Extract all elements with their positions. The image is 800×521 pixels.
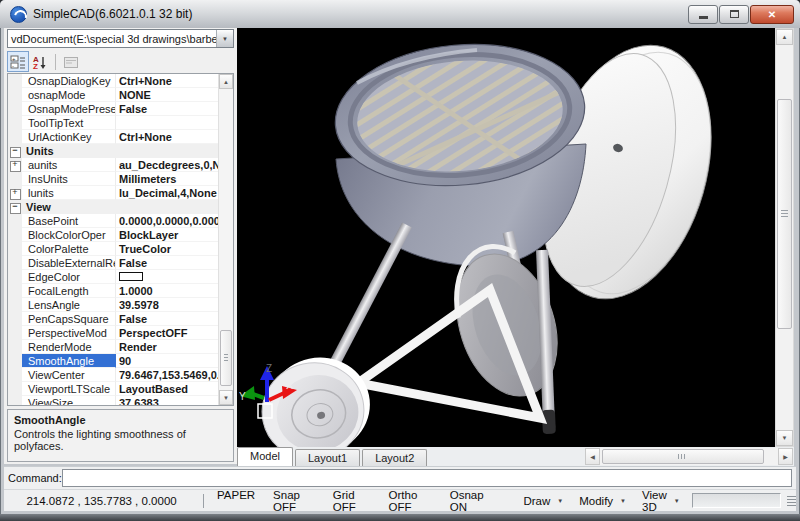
property-value[interactable]: 39.5978 [116, 298, 218, 312]
property-row-tooltiptext[interactable]: ToolTipText [8, 116, 218, 130]
property-value[interactable]: Ctrl+None [116, 130, 218, 144]
categorized-view-button[interactable]: + - [7, 51, 29, 72]
property-row-focallength[interactable]: FocalLength1.0000 [8, 284, 218, 298]
status-toggle-ortho-off[interactable]: Ortho OFF [380, 489, 441, 513]
property-row-insunits[interactable]: InsUnitsMillimeters [8, 172, 218, 186]
alphabetical-sort-button[interactable]: A Z [29, 51, 51, 72]
model-viewport[interactable]: Z Y X [237, 28, 775, 447]
row-margin [8, 102, 22, 116]
property-name: aunits [22, 158, 116, 172]
menu-label: Modify [579, 495, 613, 507]
property-row-pencapssquare[interactable]: PenCapsSquareFalse [8, 312, 218, 326]
menu-draw[interactable]: Draw▼ [515, 489, 571, 513]
row-margin [8, 326, 22, 340]
property-value[interactable]: BlockLayer [116, 228, 218, 242]
status-toggle-paper[interactable]: PAPER [208, 489, 264, 513]
property-grid-scrollbar[interactable]: ▲ ▼ [218, 74, 233, 405]
tab-layout2[interactable]: Layout2 [362, 449, 427, 466]
property-value[interactable]: False [116, 102, 218, 116]
viewport-vertical-scrollbar[interactable]: ▲ ▼ [775, 28, 794, 447]
property-row-perspectivemod[interactable]: PerspectiveModPerspectOFF [8, 326, 218, 340]
property-row-disableexternalrefer[interactable]: DisableExternalReferFalse [8, 256, 218, 270]
property-row-edgecolor[interactable]: EdgeColor [8, 270, 218, 284]
combobox-dropdown-button[interactable]: ▼ [216, 30, 233, 47]
title-bar[interactable]: SimpleCAD(6.6021.0.1 32 bit) ✕ [0, 0, 800, 28]
minimize-button[interactable] [688, 5, 718, 24]
property-row-smoothangle[interactable]: SmoothAngle90 [8, 354, 218, 368]
property-value[interactable]: 79.6467,153.5469,0. [116, 368, 218, 382]
property-value[interactable]: PerspectOFF [116, 326, 218, 340]
menu-view-3d[interactable]: View 3D▼ [634, 489, 688, 513]
collapse-icon[interactable]: − [8, 200, 22, 214]
property-value[interactable] [116, 116, 218, 130]
row-margin [8, 298, 22, 312]
category-row-view[interactable]: −View [8, 200, 218, 214]
property-row-lensangle[interactable]: LensAngle39.5978 [8, 298, 218, 312]
row-margin [8, 340, 22, 354]
property-row-lunits[interactable]: +lunitslu_Decimal,4,None [8, 186, 218, 200]
property-value[interactable] [116, 270, 218, 284]
property-value[interactable]: False [116, 312, 218, 326]
viewport-horizontal-scrollbar[interactable]: ◀ ▶ [585, 448, 793, 465]
status-separator [203, 494, 204, 508]
scrollbar-thumb[interactable] [777, 99, 792, 329]
tab-model[interactable]: Model [237, 447, 293, 466]
command-input[interactable] [62, 469, 792, 487]
property-value[interactable]: LayoutBased [116, 382, 218, 396]
scrollbar-thumb[interactable] [602, 449, 764, 464]
property-row-osnapdialogkey[interactable]: OsnapDialogKeyCtrl+None [8, 74, 218, 88]
property-row-blockcoloroper[interactable]: BlockColorOperBlockLayer [8, 228, 218, 242]
property-value[interactable]: NONE [116, 88, 218, 102]
property-value[interactable]: False [116, 256, 218, 270]
document-combobox[interactable]: vdDocument(E:\special 3d drawings\barbec… [7, 29, 234, 48]
scroll-up-button[interactable]: ▲ [219, 74, 233, 89]
command-line-bar: Command: [4, 466, 796, 489]
category-row-units[interactable]: −Units [8, 144, 218, 158]
property-row-viewcenter[interactable]: ViewCenter79.6467,153.5469,0. [8, 368, 218, 382]
property-row-urlactionkey[interactable]: UrlActionKeyCtrl+None [8, 130, 218, 144]
property-row-osnapmode[interactable]: osnapModeNONE [8, 88, 218, 102]
property-pages-button[interactable] [60, 51, 82, 72]
scroll-left-button[interactable]: ◀ [585, 448, 600, 465]
property-value[interactable]: au_Decdegrees,0,No [116, 158, 218, 172]
property-value[interactable]: 0.0000,0.0000,0.000 [116, 214, 218, 228]
property-row-rendermode[interactable]: RenderModeRender [8, 340, 218, 354]
property-value[interactable]: TrueColor [116, 242, 218, 256]
property-row-basepoint[interactable]: BasePoint0.0000,0.0000,0.000 [8, 214, 218, 228]
property-value[interactable]: 90 [116, 354, 218, 368]
row-margin [8, 74, 22, 88]
property-row-viewportltscale[interactable]: ViewportLTScaleLayoutBased [8, 382, 218, 396]
tab-layout1[interactable]: Layout1 [295, 449, 360, 466]
expand-icon[interactable]: + [8, 158, 22, 172]
scrollbar-thumb[interactable] [220, 330, 232, 386]
property-value[interactable]: 37.6383 [116, 396, 218, 406]
property-value[interactable]: 1.0000 [116, 284, 218, 298]
status-toggle-snap-off[interactable]: Snap OFF [264, 489, 324, 513]
property-row-viewsize[interactable]: ViewSize37.6383 [8, 396, 218, 406]
maximize-button[interactable] [719, 5, 749, 24]
scroll-right-button[interactable]: ▶ [778, 448, 793, 465]
scroll-up-button[interactable]: ▲ [776, 29, 793, 45]
status-toggle-grid-off[interactable]: Grid OFF [324, 489, 380, 513]
property-row-aunits[interactable]: +aunitsau_Decdegrees,0,No [8, 158, 218, 172]
property-value[interactable]: Render [116, 340, 218, 354]
property-name: InsUnits [22, 172, 116, 186]
property-row-osnapmodepreserve[interactable]: OsnapModePreserveFalse [8, 102, 218, 116]
resize-grip[interactable] [787, 496, 796, 506]
expand-icon[interactable]: + [8, 186, 22, 200]
close-button[interactable]: ✕ [750, 5, 794, 24]
collapse-icon[interactable]: − [8, 144, 22, 158]
property-row-colorpalette[interactable]: ColorPaletteTrueColor [8, 242, 218, 256]
toolbar-separator [55, 54, 56, 70]
scroll-down-button[interactable]: ▼ [219, 390, 233, 405]
status-toggle-osnap-on[interactable]: Osnap ON [441, 489, 502, 513]
svg-text:-: - [12, 62, 14, 68]
menu-modify[interactable]: Modify▼ [571, 489, 634, 513]
property-value[interactable]: Millimeters [116, 172, 218, 186]
property-value[interactable]: Ctrl+None [116, 74, 218, 88]
color-swatch[interactable] [119, 272, 143, 281]
property-name: PenCapsSquare [22, 312, 116, 326]
close-icon: ✕ [768, 9, 776, 20]
scroll-down-button[interactable]: ▼ [776, 430, 793, 446]
property-value[interactable]: lu_Decimal,4,None [116, 186, 218, 200]
